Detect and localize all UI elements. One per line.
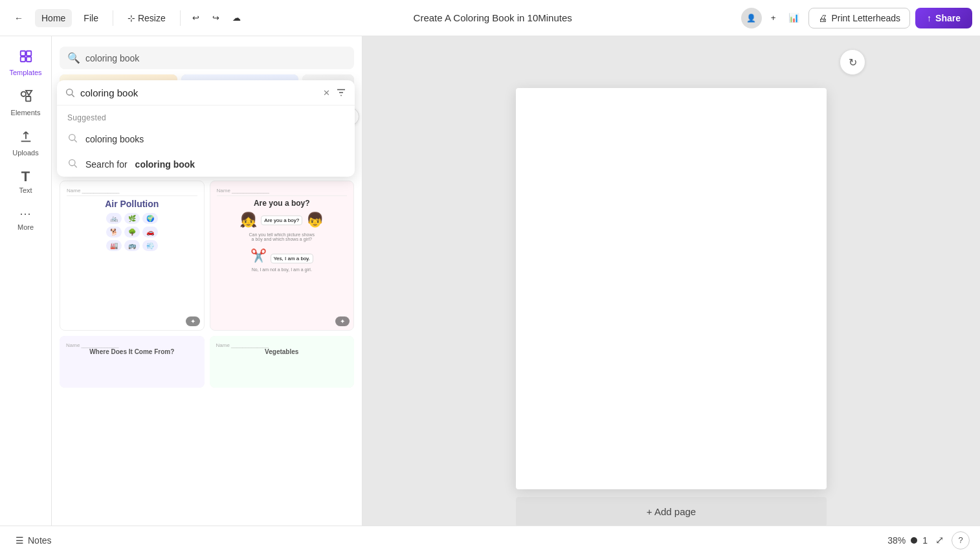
search-icon: [65, 87, 75, 98]
add-page-button[interactable]: + Add page: [516, 497, 827, 526]
suggestion-search-icon-1: [67, 133, 78, 145]
suggestion-coloring-books[interactable]: coloring books: [57, 126, 355, 151]
search-filter-button[interactable]: [335, 87, 347, 98]
sidebar-item-elements[interactable]: Elements: [3, 84, 49, 122]
document-title: Create A Coloring Book in 10Minutes: [250, 12, 736, 23]
analytics-button[interactable]: 📊: [785, 9, 803, 27]
notes-label: Notes: [28, 535, 52, 546]
resize-label: Resize: [138, 13, 166, 23]
navbar: ← Home File ⊹ Resize ↩ ↪ ☁ Create A Colo…: [0, 0, 980, 36]
ap-name-label: Name _____________: [67, 188, 197, 196]
templates-icon: [19, 49, 33, 66]
ap-row-3: 🏭 🚌 💨: [67, 240, 197, 251]
canvas-top-tools: ⧉ ⤢: [780, 36, 827, 41]
help-button[interactable]: ?: [952, 531, 970, 549]
uploads-label: Uploads: [12, 149, 38, 157]
panel-search-bar: 🔍: [60, 47, 354, 69]
ap-row-1: 🚲 🌿 🌍: [67, 213, 197, 224]
suggestion-search-for[interactable]: Search for coloring book: [57, 151, 355, 177]
svg-point-4: [21, 92, 25, 96]
templates-label: Templates: [9, 69, 41, 76]
uploads-icon: [19, 129, 33, 146]
more-icon: ···: [19, 207, 31, 221]
cloud-save-button[interactable]: ☁: [228, 9, 245, 27]
home-label: Home: [41, 13, 65, 23]
result-card-vegetables[interactable]: Name _____________ Vegetables: [210, 336, 355, 388]
add-page-label: + Add page: [647, 506, 696, 517]
undo-icon: ↩: [192, 13, 199, 23]
svg-point-12: [69, 135, 75, 140]
suggestion-prefix: Search for: [85, 159, 128, 170]
resize-button[interactable]: ⊹ Resize: [121, 9, 172, 27]
result-card-air-pollution-inner: Name _____________ Air Pollution 🚲 🌿 🌍 🐕: [60, 181, 204, 330]
search-input-row: ✕: [57, 80, 355, 105]
avatar[interactable]: 👤: [741, 8, 762, 28]
search-dropdown: ✕ Suggested: [57, 80, 355, 177]
text-icon: T: [21, 170, 30, 184]
text-label: Text: [19, 186, 32, 194]
results-grid: Name _____________ Air Pollution 🚲 🌿 🌍 🐕: [52, 181, 362, 395]
redo-icon: ↪: [212, 13, 219, 23]
sidebar-item-uploads[interactable]: Uploads: [3, 124, 49, 162]
svg-rect-1: [26, 51, 30, 56]
svg-line-13: [74, 140, 77, 142]
print-button[interactable]: 🖨 Print Letterheads: [808, 8, 910, 28]
areyou-content: Name _____________ Are you a boy? 👧 Are …: [217, 188, 348, 272]
result-badge-areyou: ✦: [335, 316, 350, 326]
expand-canvas-button[interactable]: ⤢: [806, 36, 827, 41]
result-card-areyou[interactable]: Name _____________ Are you a boy? 👧 Are …: [210, 181, 355, 331]
search-input[interactable]: [80, 87, 318, 98]
file-button[interactable]: File: [77, 9, 105, 27]
undo-button[interactable]: ↩: [188, 9, 203, 27]
file-label: File: [84, 13, 98, 23]
zoom-level: 38%: [887, 535, 906, 546]
result-card-air-pollution[interactable]: Name _____________ Air Pollution 🚲 🌿 🌍 🐕: [60, 181, 205, 331]
suggestion-bold: coloring book: [135, 159, 195, 170]
copy-icon: ⧉: [787, 36, 794, 37]
print-label: Print Letterheads: [831, 13, 900, 23]
sidebar-item-more[interactable]: ··· More: [3, 202, 49, 236]
fullscreen-button[interactable]: ⤢: [933, 531, 946, 549]
panel-search-icon: 🔍: [67, 52, 80, 64]
print-icon: 🖨: [818, 13, 827, 23]
nav-divider-2: [180, 10, 181, 26]
svg-point-14: [69, 160, 75, 166]
more-label: More: [17, 223, 34, 231]
add-collaborator-button[interactable]: +: [767, 9, 780, 27]
home-button[interactable]: Home: [35, 9, 72, 27]
redo-button[interactable]: ↪: [208, 9, 223, 27]
expand-icon: ⤢: [812, 36, 821, 38]
canvas-area: ⧉ ⤢ ↻ + Add page: [362, 36, 980, 526]
sidebar-item-text[interactable]: T Text: [3, 164, 49, 199]
page-indicator: 1: [922, 535, 928, 546]
notes-button[interactable]: ☰ Notes: [10, 533, 57, 548]
suggestion-text-1: coloring books: [85, 134, 144, 144]
help-icon: ?: [958, 535, 963, 545]
chart-icon: 📊: [788, 13, 799, 23]
share-label: Share: [935, 13, 961, 23]
result-card-areyou-inner: Name _____________ Are you a boy? 👧 Are …: [210, 181, 354, 330]
air-pollution-content: Name _____________ Air Pollution 🚲 🌿 🌍 🐕: [67, 188, 197, 254]
share-button[interactable]: ↑ Share: [915, 8, 972, 28]
svg-rect-2: [20, 57, 25, 61]
result-card-wheredoes[interactable]: Name _____________ Where Does It Come Fr…: [60, 336, 205, 388]
zoom-controls: 38% 1 ⤢ ?: [887, 531, 970, 549]
refresh-button[interactable]: ↻: [840, 49, 865, 75]
svg-line-15: [74, 165, 77, 168]
ap-title: Air Pollution: [67, 199, 197, 209]
elements-icon: [19, 89, 33, 106]
svg-rect-3: [26, 57, 30, 61]
panel-search-input[interactable]: [85, 53, 346, 63]
fullscreen-icon: ⤢: [935, 535, 944, 546]
canvas-wrapper: ⧉ ⤢ ↻: [516, 49, 827, 489]
svg-marker-6: [26, 91, 32, 95]
back-button[interactable]: ←: [8, 9, 30, 27]
refresh-icon: ↻: [849, 56, 857, 69]
copy-canvas-button[interactable]: ⧉: [780, 36, 801, 41]
suggestion-search-icon-2: [67, 158, 78, 170]
wheredoes-inner: Name _____________ Where Does It Come Fr…: [60, 336, 205, 388]
ay-name-label: Name _____________: [217, 188, 348, 196]
search-clear-button[interactable]: ✕: [323, 88, 330, 98]
sidebar-item-templates[interactable]: Templates: [3, 44, 49, 82]
svg-rect-0: [20, 51, 25, 56]
